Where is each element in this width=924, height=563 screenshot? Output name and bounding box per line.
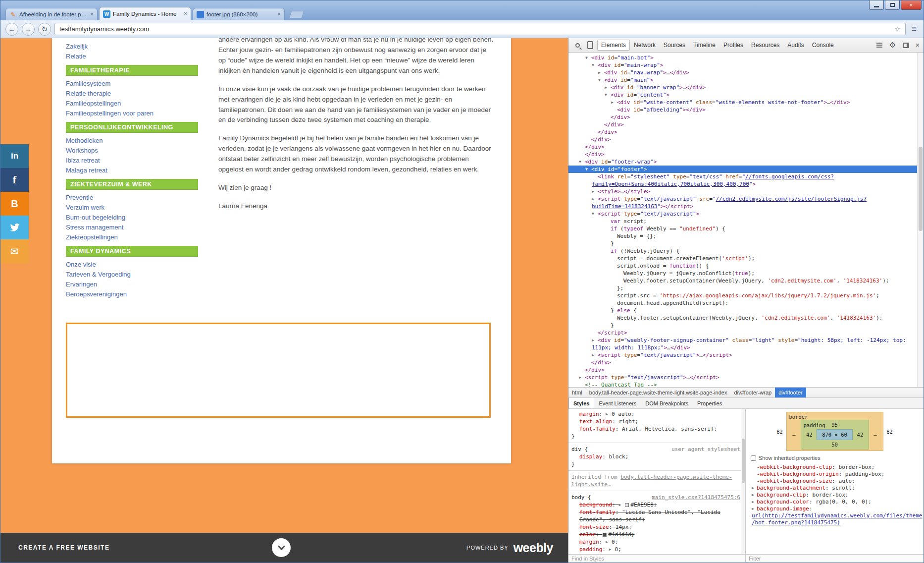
devtools-tab[interactable]: Profiles [719,40,747,51]
browser-tab[interactable]: W Family Dynamics - Home × [99,7,191,20]
computed-property-row[interactable]: ▶background-attachment: scroll; [746,485,924,492]
tree-line[interactable]: ▼<script type="text/javascript"> [568,210,917,218]
tree-line[interactable]: ▼<div id="content"> [568,91,917,99]
tree-line[interactable]: ▶<div id="nav-wrap">…</div> [568,69,917,76]
tree-line[interactable]: script.src = 'https://ajax.googleapis.co… [568,292,917,299]
devtools-tab[interactable]: Elements [597,40,630,51]
style-row[interactable]: text-align: right; [568,418,745,425]
blogger-button[interactable]: B [0,192,29,216]
style-row[interactable]: } [568,460,745,468]
nav-item[interactable]: PERSOONLIJKEONTWIKKELING [66,122,198,133]
nav-item[interactable]: Workshops [66,145,198,155]
tree-line[interactable]: </div> [568,366,917,374]
tree-line[interactable]: ▶<div id="weebly-footer-signup-container… [568,337,917,351]
tree-line[interactable]: if (typeof Weebly == "undefined") { [568,225,917,232]
style-row[interactable]: } [568,433,745,440]
nav-item[interactable]: Stress management [66,222,198,232]
chevron-down-button[interactable] [272,538,291,557]
bookmark-star-icon[interactable]: ☆ [894,25,901,34]
menu-icon[interactable]: ≡ [909,24,919,34]
minimize-button[interactable] [869,0,884,10]
computed-property-row[interactable]: -webkit-background-origin: padding-box; [746,471,924,478]
nav-item[interactable]: Familiesysteem [66,78,198,88]
dock-side-icon[interactable] [900,40,912,51]
computed-property-row[interactable]: ▶background-color: rgba(0, 0, 0, 0); [746,499,924,506]
browser-tab[interactable]: ✎ Afbeelding in de footer plaat... × [5,8,98,20]
nav-item[interactable]: Beroepsverenigingen [66,289,198,299]
style-row[interactable]: margin: ▶0 auto; [568,410,745,418]
tree-line[interactable]: Weebly.jQuery = jQuery.noConflict(true); [568,270,917,277]
weebly-logo[interactable]: weebly [513,541,553,555]
tree-line[interactable]: </div> [568,128,917,136]
nav-item[interactable]: FAMILY DYNAMICS [66,246,198,257]
tree-line[interactable]: ▶<div id="wsite-content" class="wsite-el… [568,99,917,106]
address-bar[interactable]: testfamilydynamics.weebly.com ☆ [54,23,906,35]
devtools-tab[interactable]: Timeline [689,40,719,51]
box-model-content[interactable]: 870 × 60 [817,429,853,440]
email-button[interactable]: ✉ [0,239,29,263]
linkedin-button[interactable]: in [0,144,29,168]
tree-line[interactable]: script.onload = function() { [568,262,917,270]
tree-line[interactable]: } [568,240,917,247]
devtools-tab[interactable]: Console [808,40,838,51]
tree-line[interactable]: </div> [568,121,917,128]
tree-line[interactable]: document.head.appendChild(script); [568,299,917,307]
style-row[interactable]: margin: ▶0; [568,538,745,546]
tree-line[interactable]: <!-- Quantcast Tag --> [568,381,917,387]
nav-item[interactable]: Burn-out begeleiding [66,212,198,222]
new-tab-button[interactable] [289,11,305,18]
tree-line[interactable]: ▼<div id="footer-wrap"> [568,158,917,166]
tree-line[interactable]: } else { [568,307,917,314]
style-row[interactable]: Inherited from body.tall-header-page.wsi… [568,470,745,488]
tree-line[interactable]: ▶<script type="text/javascript">…</scrip… [568,351,917,359]
maximize-button[interactable] [885,0,900,10]
tree-line[interactable]: </script> [568,329,917,337]
style-row[interactable]: color: #4d4d4d; [568,531,745,538]
style-row[interactable]: font-family: Arial, Helvetica, sans-seri… [568,425,745,433]
nav-item[interactable]: Relatie [66,51,198,61]
style-row[interactable]: font-size: 14px; [568,523,745,531]
reload-button[interactable]: ↻ [38,23,51,36]
forward-button[interactable]: → [22,23,35,36]
back-button[interactable]: ← [5,23,18,36]
browser-tab[interactable]: footer.jpg (860×200) × [193,8,285,20]
tree-line[interactable]: if (!Weebly.jQuery) { [568,247,917,255]
devtools-tab[interactable]: Network [630,40,660,51]
style-row[interactable]: user agent stylesheetdiv { [568,443,745,453]
checkbox[interactable] [751,455,756,461]
tree-line[interactable]: </div> [568,113,917,121]
scrollbar-thumb[interactable] [742,439,745,483]
tree-line[interactable]: </div> [568,359,917,366]
computed-property-row[interactable]: -webkit-background-size: auto; [746,478,924,485]
style-row[interactable]: display: block; [568,453,745,460]
create-free-website-link[interactable]: CREATE A FREE WEBSITE [0,544,109,551]
find-in-styles-input[interactable]: Find in Styles [568,554,745,563]
show-inherited-checkbox[interactable]: Show inherited properties [751,455,919,461]
tree-line[interactable]: ▼<div id="footer"> [568,166,917,173]
tree-line[interactable]: var script; [568,218,917,225]
twitter-button[interactable] [0,216,29,239]
sidebar-tab[interactable]: Styles [568,398,594,408]
tree-line[interactable]: }; [568,284,917,292]
tree-line[interactable]: Weebly.footer.setupContainer(Weebly.jQue… [568,314,917,322]
devtools-tab[interactable]: Audits [783,40,808,51]
nav-item[interactable]: Ibiza retreat [66,155,198,165]
tree-line[interactable]: ▶<script type="text/javascript" src="//c… [568,195,917,210]
tree-line[interactable]: </div> [568,143,917,151]
computed-property-row[interactable]: ▶background-clip: border-box; [746,492,924,499]
style-row[interactable]: main_style.css?1418475475:6body { [568,491,745,501]
breadcrumb-item[interactable]: div#footer-wrap [730,388,775,397]
style-row[interactable]: background: ▶#EAE9E8; [568,501,745,508]
tab-close-icon[interactable]: × [277,11,281,18]
nav-item[interactable]: Relatie therapie [66,88,198,98]
nav-item[interactable]: Tarieven & Vergoeding [66,269,198,279]
devtools-close-icon[interactable]: × [914,41,922,49]
tree-line[interactable]: </div> [568,151,917,158]
nav-item[interactable]: Verzuim werk [66,202,198,212]
nav-item[interactable]: Onze visie [66,259,198,269]
breadcrumb-item[interactable]: body.tall-header-page.wsite-theme-light.… [586,388,731,397]
sidebar-tab[interactable]: Properties [693,398,726,408]
nav-item[interactable]: Ziekteopstellingen [66,232,198,242]
device-mode-icon[interactable] [584,40,596,51]
sidebar-tab[interactable]: Event Listeners [594,398,641,408]
